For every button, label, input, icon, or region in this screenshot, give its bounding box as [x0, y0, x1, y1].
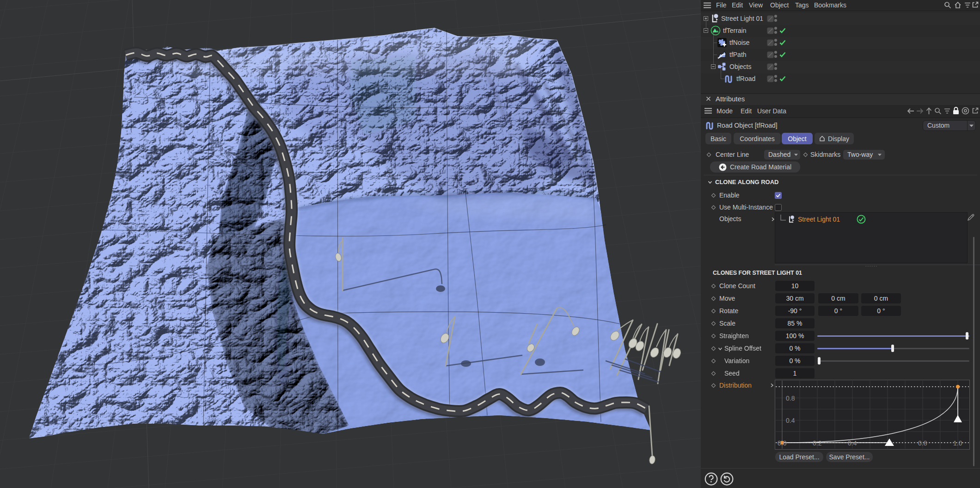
svg-text:0.4: 0.4 — [848, 439, 857, 447]
svg-text:0.8: 0.8 — [918, 439, 927, 447]
svg-text:0.0: 0.0 — [778, 439, 787, 447]
svg-text:0.2: 0.2 — [813, 439, 822, 447]
svg-text:1.0: 1.0 — [953, 439, 962, 447]
svg-text:0.4: 0.4 — [786, 417, 795, 424]
svg-text:0.8: 0.8 — [786, 395, 795, 402]
